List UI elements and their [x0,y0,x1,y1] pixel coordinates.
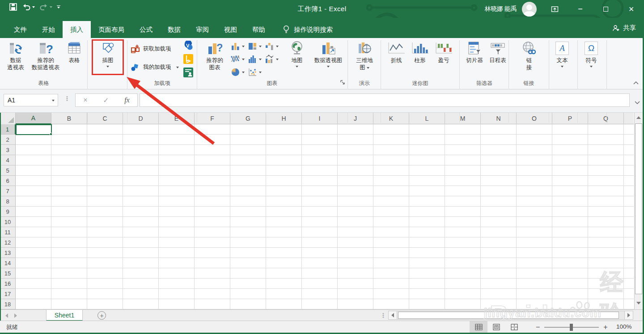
sheetbar-grip[interactable]: ••• [382,313,384,318]
column-header-E[interactable]: E [159,113,195,124]
ribbon-tab-8[interactable]: 帮助 [245,21,273,38]
row-header-18[interactable]: 18 [0,299,16,309]
minimize-button[interactable]: − [568,0,593,18]
page-break-preview-button[interactable] [505,321,523,333]
page-layout-view-button[interactable] [487,321,505,333]
spreadsheet-cells[interactable] [16,124,634,309]
zoom-out-button[interactable]: − [536,323,540,331]
ribbon-tab-2[interactable]: 插入 [63,21,91,38]
scroll-right-button[interactable] [624,311,633,320]
row-header-16[interactable]: 16 [0,279,16,289]
recommended-pivottables-button[interactable]: ? 推荐的 数据透视表 [30,40,62,79]
insert-function-button[interactable]: fx [124,96,130,104]
select-all-corner[interactable] [0,113,16,124]
link-button[interactable]: 链 接 [519,40,539,79]
recommended-charts-button[interactable]: ? 推荐的 图表 [200,40,229,79]
my-addins-button[interactable]: 我的加载项 [131,63,179,72]
table-button[interactable]: 表格 [63,40,86,79]
ribbon-tab-5[interactable]: 数据 [160,21,188,38]
save-button[interactable] [9,3,17,11]
normal-view-button[interactable] [470,321,487,333]
text-button[interactable]: A 文本 [551,40,573,79]
horizontal-scrollbar-thumb[interactable] [398,312,619,319]
pivotchart-button[interactable]: 数据透视图 [309,40,347,79]
zoom-level[interactable]: 100% [616,323,632,330]
collapse-ribbon-button[interactable] [633,78,639,86]
column-header-P[interactable]: P [552,113,588,124]
row-header-15[interactable]: 15 [0,268,16,279]
insert-line-chart-button[interactable] [231,55,245,64]
previous-sheet-button[interactable] [5,313,8,318]
insert-pie-chart-button[interactable] [231,68,245,77]
column-header-D[interactable]: D [123,113,159,124]
row-header-1[interactable]: 1 [0,124,16,135]
name-box-dropdown-icon[interactable] [52,100,55,101]
column-header-Q[interactable]: Q [588,113,624,124]
ribbon-tab-1[interactable]: 开始 [34,21,63,38]
visio-data-visualizer-button[interactable]: V [183,41,193,51]
people-graph-button[interactable] [183,68,193,77]
maps-button[interactable]: 地图 [286,40,308,79]
row-header-17[interactable]: 17 [0,289,16,299]
sparkline-line-button[interactable]: 折线 [385,42,408,64]
user-name[interactable]: 林晓娜 能禹 [485,5,517,13]
column-header-F[interactable]: F [195,113,230,124]
formula-bar-grip[interactable]: ••• [66,96,68,101]
user-avatar[interactable] [522,2,537,17]
row-header-10[interactable]: 10 [0,217,16,227]
zoom-slider[interactable] [544,327,599,328]
ribbon-tab-3[interactable]: 页面布局 [91,21,132,38]
pivottable-button[interactable]: 数据 透视表 [3,40,29,79]
zoom-in-button[interactable]: + [603,323,607,331]
3d-map-button[interactable]: 三维地 图 [352,40,377,79]
sparkline-winloss-button[interactable]: 盈亏 [432,42,455,64]
row-header-3[interactable]: 3 [0,145,16,155]
row-header-11[interactable]: 11 [0,227,16,237]
column-header-I[interactable]: I [302,113,338,124]
enter-button[interactable]: ✓ [103,96,109,105]
row-header-13[interactable]: 13 [0,248,16,258]
insert-column-chart-button[interactable] [231,42,245,51]
bing-maps-button[interactable] [183,54,193,64]
undo-button[interactable] [22,4,35,11]
row-header-8[interactable]: 8 [0,196,16,207]
column-header-G[interactable]: G [230,113,266,124]
column-header-partial[interactable] [624,113,634,124]
vertical-scrollbar[interactable] [634,113,643,309]
expand-formula-bar-button[interactable] [635,98,640,106]
scroll-up-button[interactable] [636,114,642,121]
scroll-left-button[interactable] [388,311,397,320]
name-box[interactable]: A1 [4,94,58,106]
insert-scatter-chart-button[interactable] [248,68,262,77]
get-addins-button[interactable]: 获取加载项 [131,44,171,54]
redo-button[interactable] [39,4,52,11]
row-header-9[interactable]: 9 [0,207,16,217]
insert-hierarchy-chart-button[interactable] [248,42,262,51]
column-header-N[interactable]: N [481,113,517,124]
ribbon-display-options-button[interactable] [542,0,568,18]
row-header-12[interactable]: 12 [0,237,16,248]
sheet-tab-sheet1[interactable]: Sheet1 [46,310,83,321]
column-header-K[interactable]: K [373,113,409,124]
sparkline-column-button[interactable]: 柱形 [410,42,430,64]
row-header-7[interactable]: 7 [0,186,16,196]
insert-waterfall-chart-button[interactable] [265,42,279,51]
insert-statistic-chart-button[interactable] [248,55,262,64]
column-header-J[interactable]: J [338,113,373,124]
row-header-5[interactable]: 5 [0,165,16,176]
ribbon-tab-6[interactable]: 审阅 [188,21,216,38]
horizontal-scrollbar[interactable] [388,311,634,320]
ribbon-tab-0[interactable]: 文件 [6,21,34,38]
column-header-M[interactable]: M [445,113,481,124]
scroll-down-button[interactable] [636,300,642,307]
insert-combo-chart-button[interactable] [265,55,279,64]
row-header-4[interactable]: 4 [0,155,16,165]
cancel-button[interactable]: × [83,96,87,104]
undo-dropdown-icon[interactable] [32,6,35,8]
column-header-A[interactable]: A [16,113,51,124]
maximize-button[interactable] [593,0,619,18]
ribbon-tab-7[interactable]: 视图 [216,21,245,38]
timeline-button[interactable]: 日程表 [487,40,509,79]
column-header-H[interactable]: H [266,113,302,124]
column-header-O[interactable]: O [517,113,552,124]
